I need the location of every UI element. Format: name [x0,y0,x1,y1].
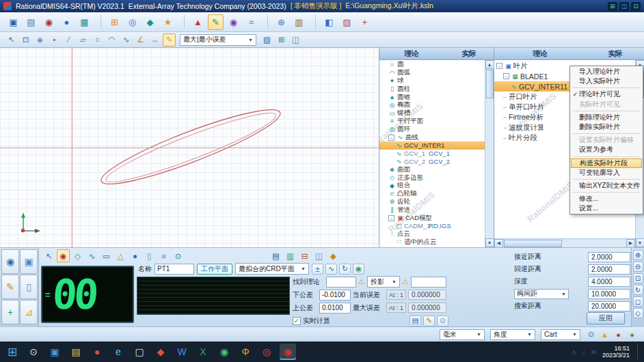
menu-item-theory-blade-visible[interactable]: ✓理论叶片可见 [571,89,642,99]
machine-status-icon[interactable]: ⊡ [631,2,641,11]
menu-item-import-actual-blade[interactable]: 导入实际叶片 [571,76,642,86]
tree-item-polygon[interactable]: ◇正多边形 [379,173,485,182]
blade-actual-header[interactable]: 实际 [587,49,644,59]
start-button[interactable]: ⊞ [4,344,21,360]
plane-icon[interactable]: ▱ [77,33,90,46]
app-ie-icon[interactable]: e [110,344,126,360]
tree-item-cylinder[interactable]: ▯圆柱 [379,85,485,93]
cone-measure-icon[interactable]: △ [114,249,127,262]
probe-mode-icon[interactable]: ↖ [42,249,55,262]
caliper-tool-icon[interactable]: ⊿ [20,300,38,324]
show-desktop-button[interactable] [637,344,640,360]
record-icon[interactable]: ● [613,329,623,339]
menu-item-delete-actual-blade[interactable]: 删除实际叶片 [571,122,642,132]
app-cad-icon[interactable]: Φ [237,344,254,360]
point-icon[interactable]: • [48,33,61,46]
tree-item-cone[interactable]: ▲圆锥 [379,93,485,101]
curve-icon[interactable]: ∿ [120,33,133,46]
tree-item-pipe[interactable]: ∥管道 [379,206,485,214]
tray-expand-icon[interactable]: ∧ [572,348,576,356]
search-distance-input[interactable]: 20.0000 [588,301,630,311]
coordinate-system-icon[interactable]: ◎ [124,14,140,30]
alert-icon[interactable]: ▲ [600,329,610,339]
feature-theory-header[interactable]: 理论 [379,49,444,59]
tree-item-gcv-inter1[interactable]: ∿GCV_INTER1 [379,141,485,150]
auto-trigger-icon[interactable]: ◇ [71,249,84,262]
online-icon[interactable]: ● [627,329,637,339]
app-explorer-icon[interactable]: ▤ [68,344,84,360]
view-iso-icon[interactable]: ◇ [633,308,643,318]
blade-module-icon[interactable]: ✎ [208,14,224,30]
scroll-up-icon[interactable]: ▲ [485,60,494,69]
gap-distance-dropdown[interactable]: 阀间距▼ [514,289,569,299]
tree-item-gcv-1[interactable]: ∿GCV_1GCV_1 [379,150,485,158]
unit-dropdown[interactable]: 毫米 ▼ [440,329,485,340]
scroll-left-icon[interactable]: ◀ [494,239,503,248]
zoom-window-icon[interactable]: ⊡ [19,33,32,46]
select-arrow-icon[interactable]: ↖ [5,33,18,46]
refresh-icon[interactable]: ↻ [339,264,351,275]
tree-item-arc[interactable]: ◠圆弧 [379,69,485,77]
expander-icon[interactable]: - [388,215,394,221]
app-rationaldmis-icon[interactable]: ◉ [280,344,296,360]
zoom-in-icon[interactable]: ⊕ [633,250,643,260]
menu-item-delete-theory-blade[interactable]: 删除理论叶片 [571,113,642,122]
depth-input[interactable]: 4.0000 [588,277,630,287]
stats-icon[interactable]: ◫ [312,249,325,262]
edit-icon[interactable]: ✎ [423,316,435,326]
plane-measure-icon[interactable]: ▭ [100,249,113,262]
volume-icon[interactable]: ♪ [582,348,586,356]
pan-icon[interactable]: ◈ [33,33,46,46]
menu-item-variable-contour-import[interactable]: 可变轮廓导入 [571,168,642,178]
approach-distance-input[interactable]: 2.0000 [588,252,630,262]
tree-item-circle[interactable]: ○圆 [379,61,485,69]
machine-icon[interactable]: ▤ [23,14,39,30]
expander-icon[interactable]: - [388,135,394,141]
blade-theory-header[interactable]: 理论 [494,49,587,59]
tree-actual-value[interactable]: RD.IGS [429,222,451,229]
tolerance-edit-icon[interactable]: ± [312,264,323,275]
app-teams-icon[interactable]: ▣ [46,344,63,360]
tolerance-icon[interactable]: ★ [160,14,176,30]
find-theory-input[interactable] [326,277,356,288]
coordinate-dropdown[interactable]: Cart ▼ [541,329,580,340]
output-icon[interactable]: ▤ [269,249,282,262]
rotate-view-icon[interactable]: ↻ [633,285,643,295]
upper-tolerance-input[interactable] [319,303,351,314]
app-word-icon[interactable]: W [174,344,190,360]
blade-panel-hscrollbar[interactable]: ◀ ▶ [494,238,635,247]
app-wechat-icon[interactable]: ◉ [216,344,232,360]
settings-icon[interactable]: ⊙ [437,316,448,326]
tree-item-cadm-1[interactable]: ▢CADM_1RD.IGS [379,222,485,230]
scroll-down-icon[interactable]: ▼ [485,238,494,247]
alignment-icon[interactable]: ⊞ [107,14,122,30]
tree-item-sphere[interactable]: ●球 [379,77,485,85]
clear-icon[interactable]: ⊟ [298,249,311,262]
expander-icon[interactable]: - [503,73,509,79]
cad-import-icon[interactable]: ◧ [321,14,337,30]
taskbar-clock[interactable]: 16:51 2023/3/21 [602,345,630,359]
sphere-measure-icon[interactable]: ● [129,249,142,262]
app-security-icon[interactable]: ◆ [152,344,169,360]
cylinder-measure-icon[interactable]: ▯ [143,249,156,262]
tree-item-curve[interactable]: -∿曲线 [379,133,485,141]
axis-measure-icon[interactable]: ≡ [157,249,170,262]
graph-icon[interactable]: ∿ [325,264,337,275]
tree-item-camshaft[interactable]: ⊂凸轮轴 [379,190,485,198]
tree-item-ellipse[interactable]: ◎椭圆 [379,101,485,109]
scroll-right-icon[interactable]: ▶ [626,239,635,248]
tree-item-keyway[interactable]: ▭键槽 [379,109,485,117]
tree-item-group[interactable]: ◆组合 [379,182,485,190]
clock-icon[interactable]: ⊙ [586,329,596,339]
layers-icon[interactable]: ▧ [260,33,273,46]
scrollbar-thumb[interactable] [486,70,494,98]
realtime-checkbox[interactable]: ✓ [293,317,301,325]
app-browser-icon[interactable]: ◎ [258,344,275,360]
scrollbar-thumb[interactable] [504,240,562,247]
zoom-out-icon[interactable]: ⊖ [633,262,643,272]
scroll-down-icon[interactable]: ▼ [636,238,644,247]
display-mode-icon[interactable]: ◫ [289,33,302,46]
feature-name-input[interactable] [155,264,194,275]
apply-button[interactable]: 应用 [587,312,625,324]
tree-actual-value[interactable]: GCV_2 [429,158,450,165]
